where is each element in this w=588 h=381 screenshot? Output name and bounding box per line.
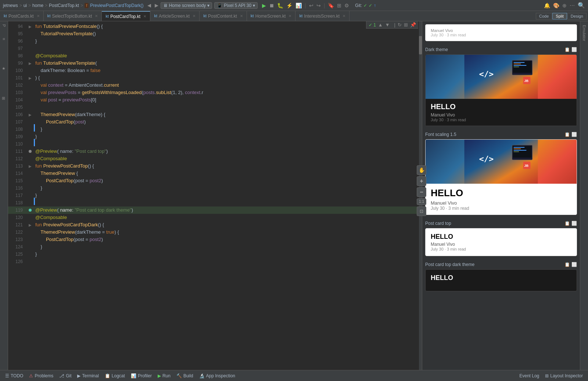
breadcrumb-home[interactable]: home: [32, 3, 43, 8]
breadcrumb-ui[interactable]: ui: [24, 3, 27, 8]
fold-icon-101[interactable]: ▶: [29, 76, 32, 80]
status-profiler[interactable]: 📊 Profiler: [129, 370, 154, 381]
status-event-log[interactable]: Event Log: [517, 370, 541, 381]
status-layout-inspector[interactable]: ⊞ Layout Inspector: [543, 370, 585, 381]
pin-active-icon[interactable]: 📌: [410, 22, 416, 28]
layout-icon[interactable]: ⊞: [336, 2, 342, 9]
wl-icon[interactable]: ⊕: [562, 2, 567, 9]
postcardtop-hello-text: HELLO: [431, 233, 571, 241]
status-app-inspection[interactable]: 🔬 App Inspection: [197, 370, 237, 381]
preview-label-postcardtopdark-text: Post card top dark theme: [425, 262, 474, 267]
dark-meta: July 30 · 3 min read: [431, 118, 571, 122]
hand-tool-btn[interactable]: ✋: [422, 165, 426, 175]
breadcrumb-function[interactable]: PreviewPostCardTopDark(): [90, 3, 143, 8]
zoom-in-btn[interactable]: +: [422, 176, 426, 186]
fold-icon-99[interactable]: ▶: [29, 61, 32, 65]
sidebar-build-icon[interactable]: ⊞: [1, 95, 7, 101]
tab-articlescreen-close[interactable]: ✕: [193, 14, 196, 18]
breadcrumb-project[interactable]: jetnews: [3, 3, 18, 8]
profile-icon[interactable]: 📊: [295, 2, 302, 9]
zoom-reset-btn[interactable]: 1:1: [422, 198, 426, 205]
view-code-btn[interactable]: Code: [536, 13, 552, 19]
tab-postcontent[interactable]: kt PostContent.kt ✕: [200, 11, 247, 21]
device-selector[interactable]: 📱 Pixel 5 API 30 ▾: [214, 2, 258, 9]
nav-fwd-icon[interactable]: ▶: [155, 3, 158, 8]
theme-icon[interactable]: 🎨: [552, 2, 560, 9]
svg-text:</>: </>: [479, 154, 494, 163]
tab-postcardtop[interactable]: kt PostCardTop.kt ✕: [102, 11, 150, 21]
preview-scroll-area[interactable]: Manuel Vivo July 30 · 3 min read Dark th…: [422, 21, 580, 370]
status-terminal[interactable]: ▶ Terminal: [75, 370, 101, 381]
fontscale-expand-icon[interactable]: ⬜: [571, 132, 577, 137]
sidebar-project-icon[interactable]: P: [1, 23, 7, 28]
tab-postcards[interactable]: kt PostCards.kt ✕: [0, 11, 44, 21]
zoom-fit-btn[interactable]: ⊡: [422, 206, 426, 216]
status-build[interactable]: 🔨 Build: [174, 370, 196, 381]
tab-homescreen-close[interactable]: ✕: [288, 14, 291, 18]
tab-selecttopic[interactable]: kt SelectTopicButton.kt ✕: [44, 11, 102, 21]
tab-interestsscreen-close[interactable]: ✕: [343, 14, 345, 18]
dark-save-icon[interactable]: 📋: [564, 47, 570, 52]
preview-selector[interactable]: 🖥 Home screen body ▾: [161, 2, 212, 9]
postcardtopdark-save-icon[interactable]: 📋: [564, 262, 570, 267]
stop-icon[interactable]: ⏹: [268, 2, 275, 9]
code-view[interactable]: 94 ▶ fun TutorialPreviewFontscale() { 95…: [8, 21, 422, 370]
git-check-icon[interactable]: ✓: [363, 3, 367, 8]
refresh-icon[interactable]: ↻: [398, 22, 402, 28]
git-arrow-icon[interactable]: ↑: [374, 3, 376, 8]
dark-expand-icon[interactable]: ⬜: [571, 47, 577, 52]
rtab-emulator[interactable]: Emulator: [581, 21, 587, 45]
tab-postcardtop-close[interactable]: ✕: [143, 14, 146, 18]
fold-icon-106[interactable]: ▶: [29, 113, 32, 117]
preview-up-icon[interactable]: ▲: [378, 22, 383, 28]
undo-icon[interactable]: ↩: [308, 2, 314, 9]
status-run[interactable]: ▶ Run: [155, 370, 173, 381]
status-logcat[interactable]: 📋 Logcat: [103, 370, 127, 381]
problems-icon: ⚠: [29, 373, 33, 378]
gear-111[interactable]: [29, 150, 32, 153]
gear-119[interactable]: [29, 209, 32, 212]
preview-down-icon[interactable]: ▼: [385, 22, 390, 28]
dark-hero-svg: </> JB: [426, 55, 577, 99]
editor-scrollbar-thumb[interactable]: [419, 36, 422, 54]
tab-selecttopic-close[interactable]: ✕: [95, 14, 98, 18]
grid-icon[interactable]: ⊞: [404, 22, 408, 28]
nav-back-icon[interactable]: ◀: [147, 3, 151, 8]
tab-postcontent-close[interactable]: ✕: [240, 14, 243, 18]
sidebar-structure-icon[interactable]: ≡: [1, 36, 7, 42]
tab-interestsscreen[interactable]: kt InterestsScreen.kt ✕: [295, 11, 349, 21]
apply-changes-icon[interactable]: ⚡: [286, 2, 293, 9]
postcardtop-save-icon[interactable]: 📋: [564, 221, 570, 226]
project-sidebar: P ≡ ★ ⊞: [0, 21, 8, 370]
notifications-icon[interactable]: 🔔: [543, 2, 551, 9]
fontscale-save-icon[interactable]: 📋: [564, 132, 570, 137]
view-design-btn[interactable]: Design: [567, 13, 587, 19]
tab-postcontent-icon: kt: [203, 14, 207, 18]
tab-postcards-close[interactable]: ✕: [37, 14, 40, 18]
git-check2-icon[interactable]: ✓: [369, 3, 372, 8]
breadcrumb-file[interactable]: PostCardTop.kt: [49, 3, 79, 8]
fold-icon-113[interactable]: ▶: [29, 164, 32, 168]
tab-postcards-label: PostCards.kt: [8, 14, 34, 19]
postcardtopdark-expand-icon[interactable]: ⬜: [571, 262, 577, 267]
postcardtop-expand-icon[interactable]: ⬜: [571, 221, 577, 226]
view-split-btn[interactable]: Split: [552, 13, 567, 19]
bookmarks-icon[interactable]: 🔖: [327, 2, 335, 9]
fold-icon-121[interactable]: ▶: [29, 223, 32, 227]
tab-homescreen[interactable]: kt HomeScreen.kt ✕: [247, 11, 296, 21]
fold-icon-94[interactable]: ▶: [29, 25, 32, 29]
device-selector-chevron: ▾: [253, 3, 255, 8]
debug-icon[interactable]: 🐛: [276, 2, 284, 9]
status-problems[interactable]: ⚠ Problems: [27, 370, 55, 381]
tab-articlescreen[interactable]: kt ArticleScreen.kt ✕: [150, 11, 200, 21]
redo-icon[interactable]: ↪: [316, 2, 322, 9]
status-git[interactable]: ⎇ Git: [57, 370, 74, 381]
status-todo[interactable]: ☰ TODO: [3, 370, 25, 381]
more-icon[interactable]: ⋯: [569, 2, 576, 9]
build-icon: 🔨: [176, 373, 182, 378]
run-icon[interactable]: ▶: [261, 2, 267, 9]
zoom-out-btn[interactable]: −: [422, 187, 426, 197]
settings-icon[interactable]: ⚙: [344, 2, 350, 9]
sidebar-favorites-icon[interactable]: ★: [1, 65, 7, 72]
search-icon[interactable]: 🔍: [578, 2, 585, 9]
